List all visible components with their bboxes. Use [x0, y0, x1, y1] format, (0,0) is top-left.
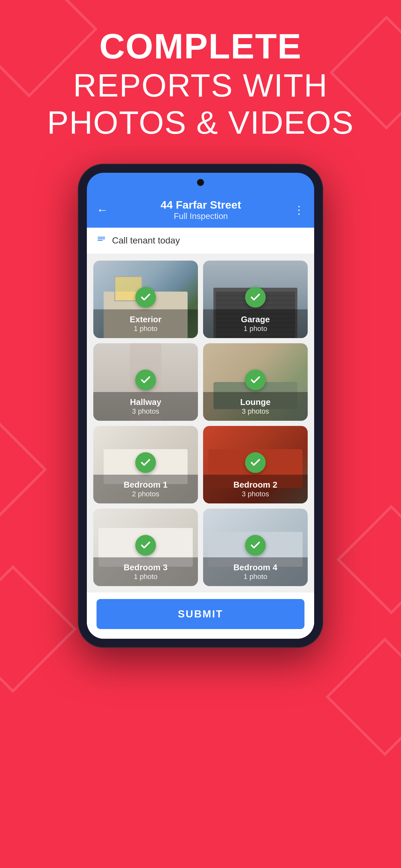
check-badge-hallway: [135, 369, 156, 390]
check-badge-bedroom1: [135, 452, 156, 473]
photo-card-hallway[interactable]: Hallway 3 photos: [93, 343, 198, 421]
check-badge-lounge: [245, 369, 266, 390]
app-screen: ← 44 Farfar Street Full Inspection ⋮ Cal…: [87, 192, 314, 639]
submit-button[interactable]: SUBMIT: [96, 599, 305, 629]
photo-label-bedroom3: Bedroom 3: [98, 562, 193, 572]
photo-overlay-garage: Garage 1 photo: [203, 309, 308, 338]
camera-icon: [197, 179, 204, 186]
photo-count-bedroom4: 1 photo: [208, 572, 303, 581]
photo-overlay-exterior: Exterior 1 photo: [93, 309, 198, 338]
photo-overlay-bedroom1: Bedroom 1 2 photos: [93, 475, 198, 503]
photo-label-bedroom1: Bedroom 1: [98, 480, 193, 490]
photo-label-exterior: Exterior: [98, 314, 193, 324]
photo-overlay-bedroom3: Bedroom 3 1 photo: [93, 557, 198, 586]
headline-line1: COMPLETE: [47, 26, 354, 67]
headline-line2: REPORTS WITH: [47, 67, 354, 104]
check-badge-bedroom3: [135, 535, 156, 555]
menu-button[interactable]: ⋮: [294, 204, 305, 216]
check-badge-bedroom4: [245, 535, 266, 555]
app-bar: ← 44 Farfar Street Full Inspection ⋮: [87, 192, 314, 228]
phone-notch: [87, 173, 314, 192]
headline: COMPLETE REPORTS WITH PHOTOS & VIDEOS: [28, 0, 374, 157]
check-badge-bedroom2: [245, 452, 266, 473]
photo-grid: Exterior 1 photo Garage 1 photo: [87, 254, 314, 593]
photo-overlay-lounge: Lounge 3 photos: [203, 392, 308, 421]
photo-count-bedroom3: 1 photo: [98, 572, 193, 581]
check-badge-exterior: [135, 287, 156, 307]
photo-card-exterior[interactable]: Exterior 1 photo: [93, 260, 198, 338]
photo-count-hallway: 3 photos: [98, 407, 193, 415]
note-icon: [96, 235, 106, 247]
photo-card-bedroom2[interactable]: Bedroom 2 3 photos: [203, 426, 308, 503]
app-bar-title-group: 44 Farfar Street Full Inspection: [108, 198, 294, 221]
phone-frame: ← 44 Farfar Street Full Inspection ⋮ Cal…: [78, 164, 323, 648]
headline-line3: PHOTOS & VIDEOS: [47, 104, 354, 141]
photo-label-garage: Garage: [208, 314, 303, 324]
phone-mockup: ← 44 Farfar Street Full Inspection ⋮ Cal…: [78, 164, 323, 648]
photo-card-bedroom4[interactable]: Bedroom 4 1 photo: [203, 508, 308, 586]
photo-count-garage: 1 photo: [208, 324, 303, 333]
back-button[interactable]: ←: [96, 203, 108, 217]
photo-card-lounge[interactable]: Lounge 3 photos: [203, 343, 308, 421]
app-bar-subtitle: Full Inspection: [108, 211, 294, 221]
photo-count-exterior: 1 photo: [98, 324, 193, 333]
app-bar-address: 44 Farfar Street: [108, 198, 294, 211]
note-banner: Call tenant today: [87, 228, 314, 254]
photo-count-bedroom1: 2 photos: [98, 490, 193, 498]
photo-label-lounge: Lounge: [208, 397, 303, 407]
photo-count-lounge: 3 photos: [208, 407, 303, 415]
photo-overlay-bedroom4: Bedroom 4 1 photo: [203, 557, 308, 586]
photo-label-hallway: Hallway: [98, 397, 193, 407]
photo-label-bedroom4: Bedroom 4: [208, 562, 303, 572]
photo-overlay-hallway: Hallway 3 photos: [93, 392, 198, 421]
check-badge-garage: [245, 287, 266, 307]
photo-card-bedroom1[interactable]: Bedroom 1 2 photos: [93, 426, 198, 503]
photo-overlay-bedroom2: Bedroom 2 3 photos: [203, 475, 308, 503]
photo-card-garage[interactable]: Garage 1 photo: [203, 260, 308, 338]
photo-card-bedroom3[interactable]: Bedroom 3 1 photo: [93, 508, 198, 586]
photo-label-bedroom2: Bedroom 2: [208, 480, 303, 490]
note-text: Call tenant today: [112, 236, 180, 246]
submit-area: SUBMIT: [87, 593, 314, 639]
photo-count-bedroom2: 3 photos: [208, 490, 303, 498]
